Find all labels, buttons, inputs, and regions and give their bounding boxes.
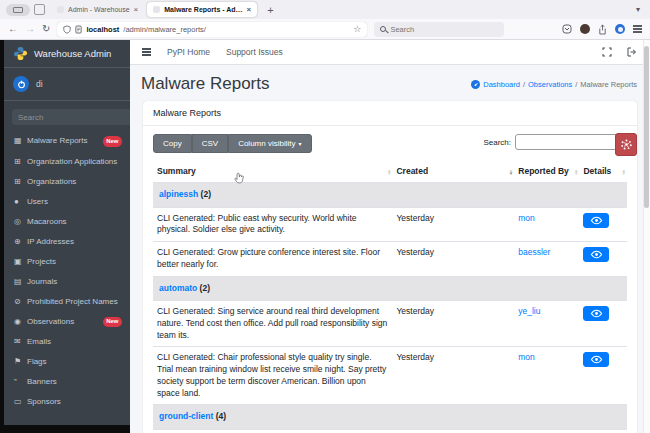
browser-search-box[interactable] xyxy=(374,22,504,37)
column-header-details[interactable]: Details▲▼ xyxy=(579,162,627,183)
profile-avatar[interactable] xyxy=(580,24,590,34)
breadcrumb-separator: / xyxy=(523,80,525,89)
reporter-link[interactable]: baessler xyxy=(518,247,550,257)
created-cell: Yesterday xyxy=(392,242,514,276)
sitemap-icon: ⊞ xyxy=(14,177,27,187)
browser-menu-icon[interactable] xyxy=(633,28,642,29)
column-visibility-button[interactable]: Column visibility▾ xyxy=(228,134,311,153)
project-link[interactable]: automato xyxy=(159,283,197,293)
table-search-input[interactable] xyxy=(515,134,627,150)
floating-extension-button[interactable] xyxy=(615,133,637,156)
sidebar-item-emails[interactable]: ✉Emails xyxy=(4,332,130,352)
bookmark-star-icon[interactable]: ☆ xyxy=(353,24,361,34)
extension-icon[interactable] xyxy=(615,24,625,34)
main-content: PyPI Home Support Issues Malware Reports… xyxy=(130,40,650,433)
fullscreen-icon[interactable] xyxy=(602,47,612,57)
brand[interactable]: Warehouse Admin xyxy=(4,40,130,68)
view-details-button[interactable] xyxy=(583,352,609,367)
tab-favicon xyxy=(57,6,64,13)
pocket-icon[interactable] xyxy=(562,24,572,34)
sidebar-item-observations[interactable]: ◉ObservationsNew xyxy=(4,312,130,333)
sidebar-item-organizations[interactable]: ⊞Organizations xyxy=(4,172,130,192)
container-tabs-icon[interactable] xyxy=(34,4,45,15)
sidebar-item-organization-applications[interactable]: ⊞Organization Applications xyxy=(4,152,130,172)
firefox-view-button[interactable] xyxy=(6,4,30,16)
tab-close-icon[interactable]: × xyxy=(134,5,139,14)
sidebar-item-users[interactable]: ●Users xyxy=(4,192,130,212)
scrollbar-thumb[interactable] xyxy=(644,46,649,208)
tab-title: Admin - Warehouse xyxy=(68,6,130,13)
sidebar-item-banners[interactable]: ”Banners xyxy=(4,372,130,392)
sidebar-toggle-icon[interactable] xyxy=(142,51,151,52)
sidebar-item-macaroons[interactable]: ◎Macaroons xyxy=(4,212,130,232)
nav-link-pypi-home[interactable]: PyPI Home xyxy=(167,47,210,57)
column-header-summary[interactable]: Summary▲▼ xyxy=(153,162,392,183)
back-button[interactable]: ← xyxy=(8,24,18,34)
breadcrumb-dashboard[interactable]: Dashboard xyxy=(483,80,520,89)
sidebar-item-ip-addresses[interactable]: ⊕IP Addresses xyxy=(4,232,130,252)
tab-favicon xyxy=(153,6,160,13)
sidebar-item-label: Sponsors xyxy=(27,397,122,407)
sidebar-nav: ▦Malware ReportsNew⊞Organization Applica… xyxy=(4,131,130,412)
sort-icon: ▲▼ xyxy=(622,169,626,175)
view-details-button[interactable] xyxy=(583,247,609,262)
sort-icon: ▲▼ xyxy=(387,169,391,175)
forward-button[interactable]: → xyxy=(25,24,35,34)
sidebar-item-flags[interactable]: ⚑Flags xyxy=(4,352,130,372)
browser-search-input[interactable] xyxy=(390,25,498,34)
eye-icon: ◉ xyxy=(14,317,27,327)
sidebar-item-label: Users xyxy=(27,197,122,207)
sidebar-item-malware-reports[interactable]: ▦Malware ReportsNew xyxy=(4,131,130,152)
sidebar-item-prohibited-project-names[interactable]: ⊘Prohibited Project Names xyxy=(4,292,130,312)
reporter-link[interactable]: ye_liu xyxy=(518,306,540,316)
browser-tab-admin-warehouse[interactable]: Admin - Warehouse× xyxy=(51,2,144,17)
browser-tab-malware-reports-admin-war[interactable]: Malware Reports - Admin - War× xyxy=(147,2,257,17)
sidebar-search-input[interactable] xyxy=(12,109,134,125)
nav-link-support-issues[interactable]: Support Issues xyxy=(226,47,283,57)
page-scrollbar[interactable] xyxy=(643,40,650,433)
view-details-button[interactable] xyxy=(583,213,609,228)
reload-button[interactable]: ↻ xyxy=(42,24,50,34)
browser-chrome: Admin - Warehouse×Malware Reports - Admi… xyxy=(0,0,650,40)
summary-cell: CLI Generated: Chair professional style … xyxy=(153,347,392,405)
url-bar[interactable]: localhost/admin/malware_reports/ ☆ xyxy=(57,22,367,37)
python-logo-icon xyxy=(13,46,28,61)
sidebar-item-journals[interactable]: ▤Journals xyxy=(4,272,130,292)
new-badge: New xyxy=(103,317,122,328)
tab-close-icon[interactable]: × xyxy=(247,5,252,14)
reporter-link[interactable]: mon xyxy=(518,213,535,223)
card-title: Malware Reports xyxy=(143,101,637,126)
export-button-group: CopyCSVColumn visibility▾ xyxy=(153,134,312,153)
sidebar-item-label: Emails xyxy=(27,337,122,347)
flag-icon: ⚑ xyxy=(14,357,27,367)
macaroon-icon: ◎ xyxy=(14,217,27,227)
report-count: (2) xyxy=(197,283,210,293)
breadcrumb-observations[interactable]: Observations xyxy=(528,80,572,89)
logout-icon[interactable] xyxy=(626,47,638,57)
globe-icon: ⊕ xyxy=(14,237,27,247)
new-tab-button[interactable]: + xyxy=(261,4,279,16)
user-name[interactable]: di xyxy=(36,79,43,89)
eye-icon xyxy=(590,216,603,225)
reporter-link[interactable]: mon xyxy=(518,352,535,362)
project-link[interactable]: alpinessh xyxy=(159,189,198,199)
project-link[interactable]: ground-client xyxy=(159,411,213,421)
shield-icon[interactable] xyxy=(63,25,71,34)
list-all-tabs-icon[interactable]: ▾ xyxy=(636,5,646,14)
admin-sidebar: Warehouse Admin di ▦Malware ReportsNew⊞O… xyxy=(4,40,130,425)
csv-button[interactable]: CSV xyxy=(192,134,228,153)
column-header-created[interactable]: Created▲▼ xyxy=(392,162,514,183)
view-details-button[interactable] xyxy=(583,306,609,321)
sidebar-item-sponsors[interactable]: ▭Sponsors xyxy=(4,392,130,412)
column-label: Summary xyxy=(157,166,196,176)
column-header-reported-by[interactable]: Reported By▲▼ xyxy=(514,162,579,183)
screen: Admin - Warehouse×Malware Reports - Admi… xyxy=(0,0,650,433)
share-icon[interactable] xyxy=(598,24,607,35)
copy-button[interactable]: Copy xyxy=(153,134,192,153)
created-cell: Yesterday xyxy=(392,347,514,405)
brand-title: Warehouse Admin xyxy=(34,48,111,59)
sidebar-item-projects[interactable]: ▣Projects xyxy=(4,252,130,272)
window-edge-bottom xyxy=(0,425,130,433)
toolbar-right-icons xyxy=(562,24,642,35)
site-info-icon[interactable] xyxy=(75,25,82,34)
